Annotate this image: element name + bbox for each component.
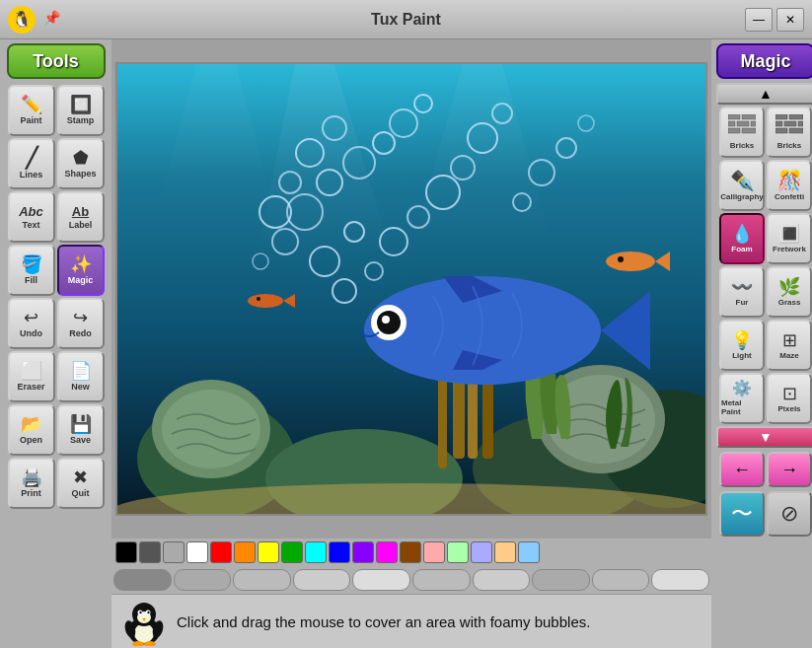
tool-label[interactable]: Ab Label — [57, 191, 105, 243]
tool-lines[interactable]: ╱ Lines — [8, 138, 55, 189]
color-slider-2[interactable] — [174, 569, 232, 591]
color-red[interactable] — [210, 541, 232, 563]
tool-new[interactable]: 📄 New — [57, 351, 105, 402]
color-slider-8[interactable] — [532, 569, 590, 591]
color-purple[interactable] — [352, 541, 374, 563]
magic-confetti[interactable]: 🎊 Confetti — [767, 160, 812, 211]
color-peach[interactable] — [494, 541, 516, 563]
color-light-blue[interactable] — [471, 541, 492, 563]
svg-rect-76 — [728, 128, 740, 133]
svg-point-9 — [162, 390, 260, 468]
tool-open[interactable]: 📂 Open — [8, 404, 55, 456]
eraser-icon: ⬜ — [21, 362, 42, 380]
color-slider-9[interactable] — [592, 569, 650, 591]
undo-label: Undo — [20, 328, 42, 338]
magic-metal[interactable]: ⚙️ Metal Paint — [719, 373, 765, 424]
color-orange[interactable] — [234, 541, 256, 563]
metal-label: Metal Paint — [721, 398, 763, 416]
stamp-icon: 🔲 — [70, 96, 92, 113]
color-slider-4[interactable] — [293, 569, 351, 591]
color-slider-7[interactable] — [473, 569, 531, 591]
pixels-icon: ⊡ — [782, 385, 797, 402]
svg-rect-82 — [798, 121, 803, 126]
svg-rect-84 — [789, 128, 803, 133]
magic-scroll-up[interactable]: ▲ — [716, 83, 812, 105]
save-icon: 💾 — [70, 415, 92, 433]
tux-mascot — [119, 597, 169, 646]
tool-magic[interactable]: ✨ Magic — [57, 245, 105, 296]
magic-wave-btn[interactable]: 〜 — [719, 491, 765, 537]
svg-point-19 — [248, 294, 283, 308]
magic-fur[interactable]: 〰️ Fur — [719, 266, 765, 318]
tool-text[interactable]: Abc Text — [8, 191, 55, 243]
color-cyan[interactable] — [305, 541, 327, 563]
magic-foam[interactable]: 💧 Foam — [719, 213, 765, 264]
magic-prev-btn[interactable]: ← — [719, 452, 765, 487]
color-slider-10[interactable] — [651, 569, 709, 591]
color-slider-5[interactable] — [352, 569, 410, 591]
magic-fretwork[interactable]: 🔳 Fretwork — [767, 213, 812, 264]
magic-pixels[interactable]: ⊡ Pixels — [767, 373, 812, 424]
canvas-wrapper — [111, 39, 711, 539]
color-light-green[interactable] — [447, 541, 469, 563]
color-white[interactable] — [186, 541, 208, 563]
magic-next-btn[interactable]: → — [767, 452, 812, 487]
svg-rect-71 — [728, 114, 740, 119]
magic-row-light: 💡 Light ⊞ Maze — [715, 320, 812, 371]
bricks1-label: Bricks — [730, 141, 754, 150]
svg-rect-72 — [742, 114, 756, 119]
stamp-label: Stamp — [67, 115, 95, 125]
tool-quit[interactable]: ✖ Quit — [57, 458, 105, 509]
tool-paint[interactable]: ✏️ Paint — [8, 85, 55, 136]
tool-eraser[interactable]: ⬜ Eraser — [8, 351, 55, 402]
color-light-gray[interactable] — [163, 541, 185, 563]
color-magenta[interactable] — [376, 541, 398, 563]
minimize-button[interactable]: — — [745, 8, 773, 32]
tools-label[interactable]: Tools — [7, 43, 106, 79]
main-area: Tools ✏️ Paint 🔲 Stamp ╱ Lines ⬟ Shapes — [0, 39, 812, 648]
tool-undo[interactable]: ↩ Undo — [8, 298, 55, 349]
svg-point-27 — [377, 311, 401, 334]
drawing-canvas[interactable] — [115, 62, 707, 516]
open-icon: 📂 — [21, 415, 42, 433]
magic-calligraphy[interactable]: ✒️ Calligraphy — [719, 160, 765, 211]
svg-rect-80 — [775, 121, 782, 126]
titlebar: 🐧 📌 Tux Paint — ✕ — [0, 0, 812, 39]
tool-save[interactable]: 💾 Save — [57, 404, 105, 456]
svg-point-28 — [382, 316, 390, 324]
tool-redo[interactable]: ↪ Redo — [57, 298, 105, 349]
color-black[interactable] — [115, 541, 137, 563]
svg-point-64 — [139, 612, 141, 613]
magic-light[interactable]: 💡 Light — [719, 320, 765, 371]
pixels-label: Pixels — [777, 404, 800, 413]
color-blue[interactable] — [329, 541, 350, 563]
color-slider-1[interactable] — [113, 569, 172, 591]
metal-icon: ⚙️ — [732, 381, 752, 396]
color-slider-6[interactable] — [412, 569, 471, 591]
tool-stamp[interactable]: 🔲 Stamp — [57, 85, 105, 136]
tool-fill[interactable]: 🪣 Fill — [8, 245, 55, 296]
magic-selector-btn[interactable]: ⊘ — [767, 491, 812, 537]
magic-row-bricks: Bricks Bricks — [715, 107, 812, 158]
pin-icon[interactable]: 📌 — [43, 10, 63, 30]
magic-maze[interactable]: ⊞ Maze — [767, 320, 812, 371]
color-sky[interactable] — [518, 541, 540, 563]
tool-shapes[interactable]: ⬟ Shapes — [57, 138, 105, 189]
magic-scroll-down[interactable]: ▼ — [716, 426, 812, 448]
magic-bricks1[interactable]: Bricks — [719, 107, 765, 158]
magic-label[interactable]: Magic — [716, 43, 812, 79]
color-green[interactable] — [281, 541, 303, 563]
color-palette — [111, 539, 711, 566]
close-button[interactable]: ✕ — [776, 8, 804, 32]
color-dark-gray[interactable] — [139, 541, 161, 563]
tool-print[interactable]: 🖨️ Print — [8, 458, 55, 509]
color-pink[interactable] — [423, 541, 445, 563]
fur-icon: 〰️ — [731, 278, 753, 296]
paint-label: Paint — [20, 115, 41, 125]
color-yellow[interactable] — [258, 541, 279, 563]
maze-label: Maze — [779, 351, 799, 360]
color-slider-3[interactable] — [233, 569, 291, 591]
magic-bricks2[interactable]: Bricks — [767, 107, 812, 158]
color-brown[interactable] — [400, 541, 421, 563]
magic-grass[interactable]: 🌿 Grass — [767, 266, 812, 318]
